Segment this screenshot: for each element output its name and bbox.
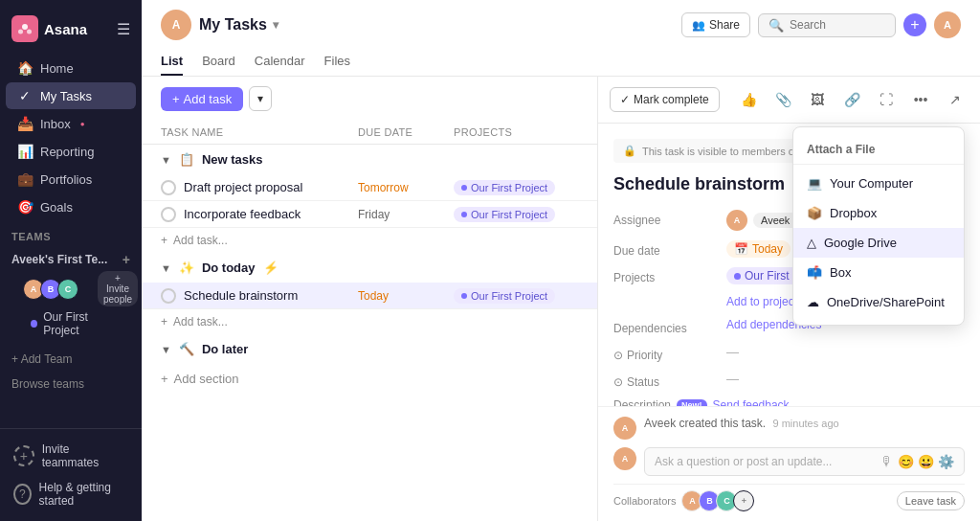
add-task-row-new[interactable]: + Add task... (142, 228, 597, 253)
task-project-badge: Our First Project (454, 288, 555, 304)
mark-complete-button[interactable]: ✓ Mark complete (610, 87, 720, 112)
sidebar-item-reporting[interactable]: 📊 Reporting (6, 138, 136, 165)
section-do-today[interactable]: ▼ ✨ Do today ⚡ (142, 253, 597, 283)
add-task-dropdown-button[interactable]: ▾ (249, 86, 272, 111)
tab-list[interactable]: List (161, 48, 183, 76)
attachment-button[interactable]: 📎 (769, 86, 796, 113)
user-avatar[interactable]: A (934, 11, 961, 38)
link-button[interactable]: 🔗 (838, 86, 865, 113)
computer-icon: 💻 (807, 176, 822, 191)
section-new-tasks[interactable]: ▼ 📋 New tasks (142, 145, 597, 174)
sidebar-nav: 🏠 Home ✓ My Tasks 📥 Inbox ● 📊 Reporting … (0, 54, 142, 428)
task-checkbox[interactable] (161, 207, 176, 222)
add-collaborator-button[interactable]: + (733, 490, 754, 511)
tab-board-label: Board (202, 54, 235, 68)
section-emoji: ✨ (179, 260, 194, 275)
mic-icon[interactable]: 🎙 (880, 454, 894, 469)
sidebar-team: Aveek's First Te... + A B C + Invite peo… (0, 246, 142, 347)
task-checkbox[interactable] (161, 180, 176, 195)
task-row-active[interactable]: Schedule brainstorm Today Our First Proj… (142, 283, 597, 309)
task-row[interactable]: Incorporate feedback Friday Our First Pr… (142, 201, 597, 228)
comment-area: A Ask a question or post an update... 🎙 … (613, 447, 965, 476)
task-row[interactable]: Draft project proposal Tomorrow Our Firs… (142, 174, 597, 201)
add-team-button[interactable]: + Add Team (0, 347, 142, 372)
priority-field: ⊙ Priority — (613, 345, 965, 362)
add-task-button[interactable]: + Add task (161, 87, 243, 111)
add-section-icon: + (161, 372, 168, 386)
add-icon: + (161, 315, 167, 328)
section-do-later[interactable]: ▼ 🔨 Do later (142, 334, 597, 364)
expand-button[interactable]: ⛶ (873, 86, 900, 113)
priority-value: — (726, 345, 739, 359)
assignee-avatar: A (726, 210, 747, 231)
activity-time: 9 minutes ago (773, 418, 839, 429)
page-title: My Tasks (199, 16, 267, 34)
task-name: Incorporate feedback (184, 207, 301, 221)
search-box[interactable]: 🔍 (758, 13, 896, 37)
dropdown-item-dropbox[interactable]: 📦 Dropbox (793, 198, 964, 228)
dropdown-item-gdrive[interactable]: △ Google Drive (793, 228, 964, 258)
calendar-icon: 📅 (734, 242, 748, 256)
task-checkbox[interactable] (161, 288, 176, 304)
collapse-icon: ▼ (161, 344, 171, 355)
dropdown-item-onedrive[interactable]: ☁ OneDrive/SharePoint (793, 287, 964, 317)
collaborators-avatars: A B C + (681, 490, 750, 511)
invite-people-button[interactable]: + Invite people (98, 271, 138, 306)
leave-task-button[interactable]: Leave task (897, 491, 965, 510)
browse-teams-button[interactable]: Browse teams (0, 372, 142, 396)
search-icon: 🔍 (768, 18, 784, 33)
tab-board[interactable]: Board (202, 48, 235, 76)
sidebar-item-home[interactable]: 🏠 Home (6, 55, 136, 81)
team-add-icon[interactable]: + (122, 252, 130, 267)
header-avatar-initials: A (172, 18, 181, 32)
title-caret-icon[interactable]: ▾ (273, 18, 278, 32)
thumbs-up-button[interactable]: 👍 (735, 86, 762, 113)
sidebar-item-inbox[interactable]: 📥 Inbox ● (6, 110, 136, 137)
emoji2-icon[interactable]: 😀 (918, 454, 934, 469)
check-icon: ✓ (17, 88, 33, 103)
settings-icon[interactable]: ⚙️ (938, 454, 954, 469)
goals-icon: 🎯 (17, 199, 33, 215)
dropdown-item-label: OneDrive/SharePoint (827, 295, 945, 309)
global-add-button[interactable]: + (903, 13, 926, 36)
task-due-date: Today (358, 289, 454, 303)
task-due-date: Friday (358, 208, 454, 221)
sidebar: Asana ☰ 🏠 Home ✓ My Tasks 📥 Inbox ● 📊 Re… (0, 0, 142, 521)
sidebar-item-my-tasks[interactable]: ✓ My Tasks (6, 82, 136, 109)
search-input[interactable] (790, 18, 885, 32)
add-task-row-today[interactable]: + Add task... (142, 309, 597, 334)
task-project-badge: Our First Project (454, 180, 555, 195)
sidebar-project-item[interactable]: Our First Project (11, 306, 130, 341)
sidebar-item-portfolios[interactable]: 💼 Portfolios (6, 166, 136, 193)
team-avatars: A B C (11, 275, 86, 304)
status-field: ⊙ Status — (613, 372, 965, 389)
send-feedback-button[interactable]: Send feedback (713, 398, 790, 406)
comment-input[interactable]: Ask a question or post an update... 🎙 😊 … (644, 447, 965, 476)
attachment-dropdown: Attach a File 💻 Your Computer 📦 Dropbox … (792, 126, 965, 326)
close-panel-button[interactable]: ↗ (942, 86, 969, 113)
share-button[interactable]: 👥 Share (681, 12, 750, 37)
help-button[interactable]: ? Help & getting started (8, 475, 134, 513)
tab-files[interactable]: Files (324, 48, 350, 76)
col-due-date: Due date (358, 126, 454, 138)
sidebar-item-goals[interactable]: 🎯 Goals (6, 193, 136, 220)
tab-calendar[interactable]: Calendar (255, 48, 305, 76)
emoji-icon[interactable]: 😊 (898, 454, 914, 469)
lock-icon: 🔒 (623, 145, 636, 157)
task-toolbar: + Add task ▾ (142, 77, 597, 121)
description-label: Description (613, 398, 671, 406)
invite-teammates-button[interactable]: + Invite teammates (8, 437, 134, 475)
collaborators-label: Collaborators (613, 495, 676, 507)
more-options-button[interactable]: ••• (907, 86, 934, 113)
dropdown-item-box[interactable]: 📫 Box (793, 258, 964, 287)
activity-item: A Aveek created this task. 9 minutes ago (613, 417, 965, 440)
sidebar-item-label: Portfolios (40, 172, 92, 187)
dropdown-item-label: Dropbox (830, 206, 877, 220)
copy-link-button[interactable]: 🖼 (804, 86, 831, 113)
hamburger-icon[interactable]: ☰ (117, 20, 130, 38)
due-date-badge[interactable]: 📅 Today (726, 240, 791, 258)
add-task-label: Add task (184, 92, 233, 106)
dropdown-item-computer[interactable]: 💻 Your Computer (793, 169, 964, 198)
description-new-badge: New! (677, 399, 707, 406)
add-section-button[interactable]: + Add section (142, 364, 597, 394)
